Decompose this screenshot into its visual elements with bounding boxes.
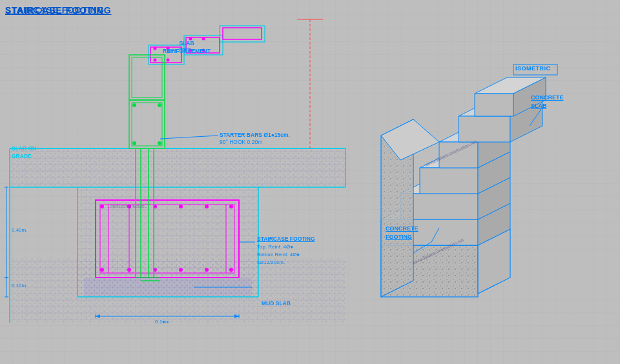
svg-point-69 — [205, 268, 209, 272]
svg-point-54 — [158, 141, 161, 145]
svg-point-63 — [205, 205, 209, 208]
technical-drawing-svg: www.diplateconstruction.net www.diplatec… — [0, 0, 620, 364]
svg-point-64 — [229, 205, 233, 208]
svg-rect-56 — [132, 57, 162, 97]
svg-rect-50 — [132, 103, 162, 146]
svg-point-43 — [154, 59, 157, 62]
starter-bars-label: STARTER BARS Ø1●15cm. — [220, 132, 290, 138]
svg-point-51 — [132, 103, 136, 107]
svg-marker-117 — [475, 94, 513, 116]
svg-point-52 — [158, 103, 161, 107]
svg-point-70 — [229, 268, 233, 272]
spacing-label: sØ12/20cm. — [257, 259, 285, 265]
svg-text:...diblisconstructed...: ...diblisconstructed... — [107, 204, 148, 208]
staircase-footing-annotation: STAIRCASE FOOTING — [257, 236, 315, 242]
mud-slab-label: MUD SLAB — [262, 300, 291, 307]
svg-marker-114 — [459, 116, 510, 142]
page-title: STAIRCASE FOOTING — [5, 5, 112, 15]
dim-01m: 0.1●m — [155, 319, 170, 325]
dim-010: 0.10m. — [12, 283, 27, 288]
svg-rect-18 — [10, 148, 346, 187]
concrete-slab-label: CONCRETESLAB — [531, 94, 564, 110]
svg-line-93 — [160, 136, 218, 139]
slab-on-grade-label: SLAB ONGRADE — [12, 145, 36, 161]
svg-point-53 — [132, 141, 136, 145]
concrete-footing-label: CONCRETEFOOTING — [386, 225, 418, 241]
svg-point-68 — [179, 268, 183, 272]
dim-040: 0.40m. — [12, 227, 27, 233]
svg-point-65 — [100, 268, 104, 272]
svg-marker-108 — [420, 168, 478, 194]
svg-rect-40 — [223, 28, 262, 39]
bottom-reinf-label: Bottom Reinf. 4Ø● — [257, 252, 300, 258]
slab-reinforcement-label: SLABREINFORCEMENT — [163, 40, 211, 56]
svg-point-62 — [179, 205, 183, 208]
svg-point-59 — [100, 205, 104, 208]
main-canvas: STAIRCASE FOOTING — [0, 0, 620, 364]
top-reinf-label: Top. Reinf. 4Ø● — [257, 244, 293, 250]
svg-rect-49 — [129, 100, 165, 148]
svg-point-41 — [154, 47, 157, 50]
svg-rect-55 — [129, 55, 165, 100]
isometric-label: ISOMETRIC — [515, 65, 551, 72]
drawing-area: STAIRCASE FOOTING — [0, 0, 620, 364]
hook-label: 90° HOOK 0.20m — [220, 139, 262, 145]
svg-point-44 — [167, 59, 170, 62]
